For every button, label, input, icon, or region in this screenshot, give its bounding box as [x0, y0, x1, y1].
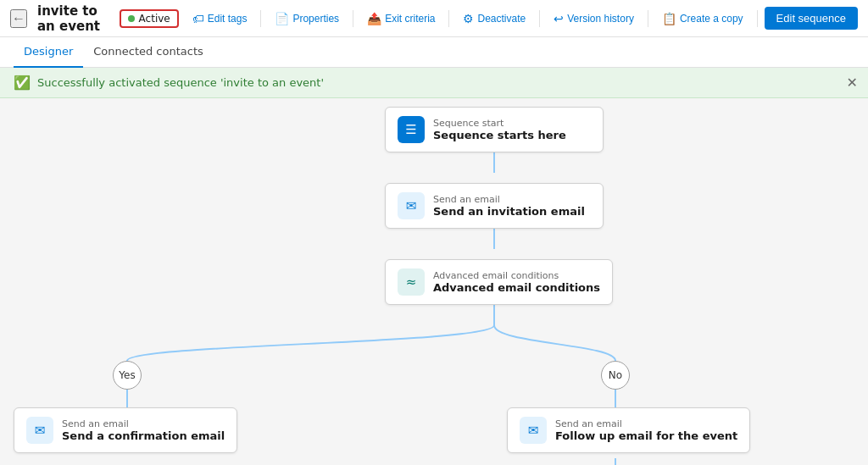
advanced-conditions-1-texts: Advanced email conditions Advanced email… [433, 270, 600, 294]
flow-canvas: ☰ Sequence start Sequence starts here ✉ … [0, 98, 868, 465]
send-confirmation-icon: ✉ [26, 417, 53, 444]
edit-sequence-button[interactable]: Edit sequence [765, 7, 858, 30]
exit-criteria-button[interactable]: 📤 Exit criteria [360, 8, 442, 29]
sequence-start-icon: ☰ [398, 116, 425, 143]
advanced-conditions-1-label: Advanced email conditions [433, 270, 600, 281]
node-send-confirmation: ✉ Send an email Send a confirmation emai… [14, 407, 237, 453]
tab-connected-contacts[interactable]: Connected contacts [83, 37, 214, 68]
advanced-conditions-1-icon: ≈ [398, 268, 425, 296]
properties-button[interactable]: 📄 Properties [268, 8, 346, 29]
tab-designer[interactable]: Designer [14, 37, 83, 68]
divider [648, 10, 648, 27]
page-title: invite to an event [37, 3, 113, 34]
no-branch-circle: No [601, 361, 630, 390]
back-button[interactable]: ← [10, 9, 27, 28]
send-confirmation-label: Send an email [62, 418, 225, 429]
yes-branch-circle: Yes [113, 361, 142, 390]
send-confirmation-texts: Send an email Send a confirmation email [62, 418, 225, 442]
node-send-invitation: ✉ Send an email Send an invitation email [385, 183, 604, 229]
history-icon: ↩ [554, 12, 564, 25]
sequence-start-label: Sequence start [433, 118, 566, 129]
close-banner-button[interactable]: ✕ [847, 75, 858, 91]
send-invitation-icon: ✉ [398, 192, 425, 219]
deactivate-icon: ⚙ [463, 12, 474, 25]
success-icon: ✅ [14, 75, 31, 91]
edit-tags-button[interactable]: 🏷 Edit tags [186, 8, 254, 29]
follow-up-title: Follow up email for the event [555, 429, 737, 442]
version-history-button[interactable]: ↩ Version history [547, 8, 641, 29]
node-advanced-conditions-1: ≈ Advanced email conditions Advanced ema… [385, 259, 613, 305]
divider [757, 10, 758, 27]
node-sequence-start: ☰ Sequence start Sequence starts here [385, 107, 604, 152]
sequence-start-texts: Sequence start Sequence starts here [433, 118, 566, 141]
doc-icon: 📄 [275, 12, 289, 25]
top-actions: 🏷 Edit tags 📄 Properties 📤 Exit criteria… [186, 7, 858, 30]
copy-icon: 📋 [662, 12, 676, 25]
create-copy-button[interactable]: 📋 Create a copy [655, 8, 750, 29]
sub-nav: Designer Connected contacts [0, 37, 868, 68]
active-badge: Active [120, 9, 179, 28]
send-invitation-label: Send an email [433, 194, 585, 205]
active-dot-icon [128, 15, 135, 22]
send-invitation-texts: Send an email Send an invitation email [433, 194, 585, 218]
divider [448, 10, 449, 27]
sequence-start-title: Sequence starts here [433, 129, 566, 141]
banner-message: Successfully activated sequence 'invite … [37, 76, 324, 89]
deactivate-button[interactable]: ⚙ Deactivate [456, 8, 532, 29]
top-bar: ← invite to an event Active 🏷 Edit tags … [0, 0, 868, 37]
tag-icon: 🏷 [192, 12, 204, 25]
advanced-conditions-1-title: Advanced email conditions [433, 281, 600, 294]
divider [260, 10, 261, 27]
send-confirmation-title: Send a confirmation email [62, 429, 225, 442]
follow-up-texts: Send an email Follow up email for the ev… [555, 418, 737, 442]
success-banner: ✅ Successfully activated sequence 'invit… [0, 68, 868, 98]
follow-up-icon: ✉ [520, 417, 547, 444]
exit-icon: 📤 [367, 12, 381, 25]
node-follow-up: ✉ Send an email Follow up email for the … [507, 407, 750, 453]
send-invitation-title: Send an invitation email [433, 205, 585, 218]
follow-up-label: Send an email [555, 418, 737, 429]
divider [353, 10, 353, 27]
active-label: Active [139, 13, 170, 25]
divider [539, 10, 540, 27]
